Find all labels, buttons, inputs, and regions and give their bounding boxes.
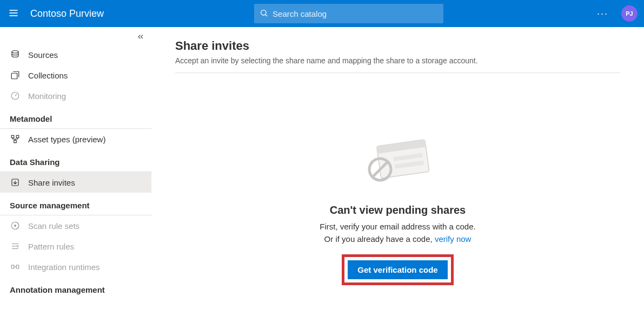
svg-rect-9	[16, 135, 19, 138]
sidebar-item-share-invites[interactable]: Share invites	[0, 172, 151, 193]
sidebar-heading-annotation-management: Annotation management	[0, 280, 151, 299]
sidebar-item-label: Monitoring	[28, 91, 66, 101]
sidebar-item-label: Scan rule sets	[28, 221, 79, 231]
integration-icon	[10, 261, 21, 272]
collections-icon	[10, 70, 21, 81]
sidebar-heading-source-management: Source management	[0, 196, 151, 215]
brand-title: Contoso Purview	[30, 8, 104, 19]
hamburger-menu-button[interactable]	[0, 0, 27, 27]
sidebar-item-label: Asset types (preview)	[28, 135, 105, 144]
sidebar-item-label: Sources	[28, 50, 58, 60]
svg-line-4	[265, 15, 267, 16]
hamburger-icon	[8, 8, 19, 20]
sidebar-item-scan-rule-sets[interactable]: Scan rule sets	[0, 215, 151, 236]
search-box[interactable]	[254, 4, 443, 23]
pattern-icon	[10, 241, 21, 252]
svg-rect-19	[16, 265, 19, 268]
divider	[175, 73, 620, 73]
verify-now-link[interactable]: verify now	[435, 234, 472, 244]
sidebar-heading-metamodel: Metamodel	[0, 109, 151, 129]
scan-icon	[10, 220, 21, 231]
main-content: Share invites Accept an invite by select…	[151, 27, 644, 309]
database-icon	[10, 49, 21, 60]
avatar-initials: PJ	[626, 10, 633, 17]
svg-rect-10	[14, 140, 17, 143]
share-invite-icon	[10, 177, 21, 188]
page-title: Share invites	[175, 39, 620, 53]
empty-state-illustration	[363, 133, 433, 192]
more-horizontal-icon: ···	[597, 8, 608, 19]
sidebar: Sources Collections Mo	[0, 27, 151, 309]
svg-point-13	[15, 225, 16, 227]
nav-list: Sources Collections Mo	[0, 44, 151, 299]
schema-icon	[10, 134, 21, 144]
svg-point-5	[12, 51, 18, 54]
page-subtitle: Accept an invite by selecting the share …	[175, 56, 620, 65]
user-avatar[interactable]: PJ	[621, 5, 638, 22]
svg-rect-6	[11, 73, 17, 79]
get-verification-code-button[interactable]: Get verification code	[348, 260, 447, 279]
sidebar-item-label: Share invites	[28, 178, 75, 187]
sidebar-item-monitoring[interactable]: Monitoring	[0, 86, 151, 106]
empty-state: Can't view pending shares First, verify …	[175, 133, 620, 285]
top-bar: Contoso Purview ··· PJ	[0, 0, 644, 27]
content-shell: Sources Collections Mo	[0, 27, 644, 309]
collapse-sidebar-button[interactable]	[136, 32, 145, 43]
sidebar-item-label: Pattern rules	[28, 242, 74, 251]
sidebar-heading-data-sharing: Data Sharing	[0, 153, 151, 172]
sidebar-item-asset-types[interactable]: Asset types (preview)	[0, 129, 151, 149]
svg-rect-18	[11, 265, 14, 268]
topbar-right: ··· PJ	[594, 5, 638, 23]
svg-point-3	[261, 10, 266, 15]
sidebar-item-integration-runtimes[interactable]: Integration runtimes	[0, 257, 151, 277]
get-code-highlight-box: Get verification code	[342, 254, 453, 285]
search-input[interactable]	[273, 9, 438, 18]
chevron-double-left-icon	[136, 34, 145, 43]
svg-rect-8	[11, 135, 14, 138]
sidebar-item-label: Collections	[28, 71, 68, 80]
gauge-icon	[10, 90, 21, 101]
empty-state-title: Can't view pending shares	[330, 204, 466, 216]
empty-state-line2-prefix: Or if you already have a code,	[324, 234, 435, 244]
sidebar-item-collections[interactable]: Collections	[0, 65, 151, 86]
search-icon	[260, 9, 268, 19]
svg-point-17	[17, 246, 18, 247]
more-actions-button[interactable]: ···	[594, 5, 612, 23]
search-container	[254, 4, 443, 23]
empty-state-line1: First, verify your email address with a …	[320, 222, 475, 231]
sidebar-item-sources[interactable]: Sources	[0, 44, 151, 65]
sidebar-item-label: Integration runtimes	[28, 262, 100, 272]
empty-state-line2: Or if you already have a code, verify no…	[324, 234, 472, 244]
sidebar-item-pattern-rules[interactable]: Pattern rules	[0, 236, 151, 257]
